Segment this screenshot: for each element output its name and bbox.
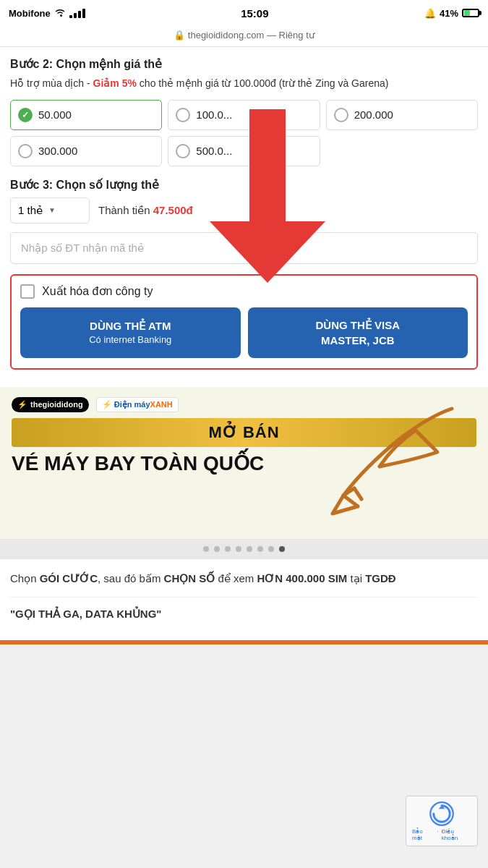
- visa-button[interactable]: DÙNG THẺ VISAMASTER, JCB: [248, 307, 468, 358]
- url-text: thegioididong.com: [188, 30, 265, 41]
- private-mode: Riêng tư: [279, 30, 314, 41]
- url-bar[interactable]: 🔒 thegioididong.com — Riêng tư: [0, 26, 488, 47]
- radio-300000: [18, 144, 33, 158]
- dot-3[interactable]: [225, 546, 231, 552]
- invoice-label: Xuất hóa đơn công ty: [42, 284, 153, 298]
- battery-icon: [462, 9, 479, 17]
- main-content: Bước 2: Chọn mệnh giá thẻ Hỗ trợ mùa dịc…: [0, 47, 488, 387]
- alarm-icon: 🔔: [424, 8, 436, 19]
- recaptcha-links: Bảo mật · Điều khoản: [412, 828, 471, 841]
- option-300000[interactable]: 300.000: [10, 136, 162, 166]
- checkbox-row: Xuất hóa đơn công ty: [20, 284, 468, 299]
- options-row2: 300.000 500.0...: [10, 136, 478, 166]
- option-100000[interactable]: 100.0...: [168, 100, 320, 130]
- status-bar: Mobifone 15:09 🔔 41%: [0, 0, 488, 26]
- dot-1[interactable]: [203, 546, 209, 552]
- dot-8[interactable]: [279, 546, 285, 552]
- promo-text: Hỗ trợ mùa dịch - Giảm 5% cho thẻ mệnh g…: [10, 77, 478, 91]
- highlight-box: Xuất hóa đơn công ty DÙNG THẺ ATM Có int…: [10, 274, 478, 370]
- battery-percent: 41%: [440, 8, 458, 19]
- signal-icon: [69, 9, 85, 18]
- recaptcha-widget: Bảo mật · Điều khoản: [406, 796, 478, 846]
- recaptcha-security[interactable]: Bảo mật: [412, 828, 435, 841]
- phone-placeholder: Nhập số ĐT nhận mã thẻ: [21, 242, 144, 254]
- recaptcha-icon: [429, 801, 455, 827]
- tgdd-logo: ⚡ thegioididong: [12, 397, 89, 412]
- step2-title: Bước 2: Chọn mệnh giá thẻ: [10, 57, 478, 71]
- carrier-label: Mobifone: [9, 8, 51, 19]
- status-left: Mobifone: [9, 8, 85, 19]
- payment-buttons: DÙNG THẺ ATM Có internet Banking DÙNG TH…: [20, 307, 468, 358]
- option-500000[interactable]: 500.0...: [168, 136, 320, 166]
- chevron-down-icon: ▼: [48, 206, 56, 214]
- quantity-value: 1 thẻ: [18, 204, 43, 217]
- total-price: 47.500đ: [153, 204, 193, 216]
- dot-5[interactable]: [247, 546, 252, 552]
- radio-500000: [176, 144, 190, 158]
- radio-100000: [176, 108, 190, 122]
- step3-row: 1 thẻ ▼ Thành tiền 47.500đ: [10, 197, 478, 224]
- bottom-paragraph: Chọn GÓI CƯỚC, sau đó bấm CHỌN SỐ để xem…: [10, 571, 478, 587]
- step3-title: Bước 3: Chọn số lượng thẻ: [10, 178, 478, 192]
- time-display: 15:09: [241, 7, 268, 20]
- banner-inner: ⚡ thegioididong ⚡ Điện máyXANH MỞ BÁN VÉ…: [0, 387, 488, 539]
- phone-input[interactable]: Nhập số ĐT nhận mã thẻ: [10, 232, 478, 264]
- bottom-bar: [0, 640, 488, 644]
- quote-text: "GỌI THẢ GA, DATA KHỦNG": [10, 597, 478, 623]
- dot-2[interactable]: [214, 546, 220, 552]
- dot-6[interactable]: [257, 546, 263, 552]
- dmx-logo: ⚡ Điện máyXANH: [96, 397, 179, 412]
- bottom-text: Chọn GÓI CƯỚC, sau đó bấm CHỌN SỐ để xem…: [0, 559, 488, 640]
- recaptcha-terms[interactable]: Điều khoản: [442, 828, 471, 841]
- wifi-icon: [54, 8, 66, 19]
- invoice-checkbox[interactable]: [20, 284, 35, 299]
- url-mode: —: [267, 30, 279, 41]
- airplane-icon: [322, 394, 481, 527]
- option-200000[interactable]: 200.000: [326, 100, 478, 130]
- radio-50000: [18, 108, 33, 122]
- dots-row: [0, 539, 488, 559]
- quantity-select[interactable]: 1 thẻ ▼: [10, 197, 90, 224]
- dot-4[interactable]: [236, 546, 241, 552]
- dot-7[interactable]: [268, 546, 274, 552]
- radio-200000: [334, 108, 348, 122]
- atm-button[interactable]: DÙNG THẺ ATM Có internet Banking: [20, 307, 241, 358]
- options-row1: 50.000 100.0... 200.000: [10, 100, 478, 130]
- status-right: 🔔 41%: [424, 8, 479, 19]
- total-text: Thành tiền 47.500đ: [98, 204, 193, 217]
- banner-section: ⚡ thegioididong ⚡ Điện máyXANH MỞ BÁN VÉ…: [0, 387, 488, 559]
- option-50000[interactable]: 50.000: [10, 100, 162, 130]
